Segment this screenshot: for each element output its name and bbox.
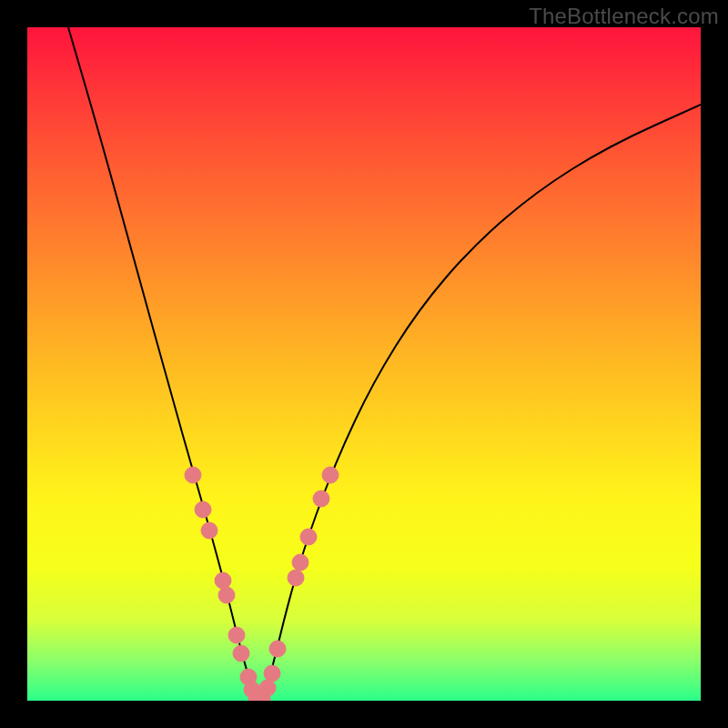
marker-dot: [292, 554, 308, 571]
marker-dot: [288, 570, 304, 586]
marker-dot: [201, 522, 217, 539]
marker-dot: [322, 467, 339, 483]
marker-dot: [215, 572, 231, 589]
marker-dots: [185, 467, 339, 701]
marker-dot: [269, 641, 286, 657]
marker-dot: [228, 627, 245, 643]
marker-dot: [185, 467, 201, 483]
plot-area: [27, 27, 701, 701]
curve-svg: [27, 27, 701, 701]
bottleneck-curve: [68, 27, 701, 700]
watermark-text: TheBottleneck.com: [529, 4, 719, 29]
marker-dot: [300, 529, 317, 545]
marker-dot: [259, 680, 276, 696]
marker-dot: [218, 587, 235, 603]
marker-dot: [233, 645, 249, 662]
marker-dot: [195, 501, 211, 518]
marker-dot: [264, 665, 280, 682]
marker-dot: [313, 490, 329, 507]
chart-frame: TheBottleneck.com: [0, 0, 728, 728]
